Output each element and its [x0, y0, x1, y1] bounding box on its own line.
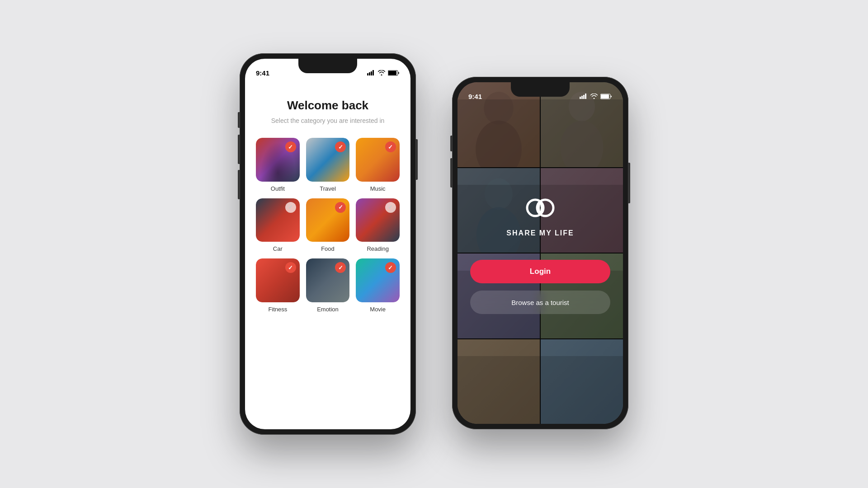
category-thumb-food — [306, 198, 350, 242]
category-thumb-outfit — [256, 138, 300, 182]
welcome-title: Welcome back — [256, 99, 400, 113]
svg-rect-2 — [371, 71, 372, 75]
category-label-outfit: Outfit — [271, 185, 285, 192]
notch-left — [298, 59, 357, 73]
signal-icon-right — [580, 94, 588, 99]
time-left: 9:41 — [256, 69, 269, 77]
login-button[interactable]: Login — [470, 260, 610, 283]
check-badge-music — [385, 141, 396, 152]
category-thumb-car — [256, 198, 300, 242]
tourist-button[interactable]: Browse as a tourist — [470, 291, 610, 314]
category-label-music: Music — [370, 185, 386, 192]
category-item-movie[interactable]: Movie — [356, 258, 400, 313]
category-label-car: Car — [273, 245, 283, 252]
battery-icon — [388, 70, 400, 76]
wifi-icon — [378, 70, 385, 75]
category-thumb-fitness — [256, 258, 300, 302]
categories-grid: OutfitTravelMusicCarFoodReadingFitnessEm… — [256, 138, 400, 313]
category-item-fitness[interactable]: Fitness — [256, 258, 300, 313]
time-right: 9:41 — [468, 93, 482, 100]
svg-rect-13 — [581, 96, 583, 99]
svg-rect-15 — [585, 94, 586, 99]
category-label-emotion: Emotion — [317, 306, 339, 313]
category-thumb-reading — [356, 198, 400, 242]
category-thumb-movie — [356, 258, 400, 302]
category-thumb-music — [356, 138, 400, 182]
check-badge-car — [285, 202, 296, 213]
category-label-reading: Reading — [367, 245, 388, 252]
category-thumb-emotion — [306, 258, 350, 302]
svg-rect-14 — [583, 95, 585, 99]
wifi-icon-right — [590, 94, 598, 99]
svg-rect-12 — [580, 97, 581, 99]
svg-rect-3 — [373, 70, 374, 75]
svg-rect-17 — [601, 94, 609, 99]
welcome-subtitle: Select the category you are interested i… — [256, 117, 400, 124]
check-badge-reading — [385, 202, 396, 213]
phone-left-screen: 9:41 — [245, 59, 410, 429]
phone-left: 9:41 — [240, 53, 416, 435]
check-badge-food — [335, 202, 346, 213]
category-item-food[interactable]: Food — [306, 198, 350, 253]
check-badge-outfit — [285, 141, 296, 152]
check-badge-fitness — [285, 262, 296, 273]
phone-right: 9:41 — [452, 77, 628, 429]
left-content: Welcome back Select the category you are… — [245, 80, 410, 429]
category-label-food: Food — [321, 245, 335, 252]
status-icons-left — [367, 70, 400, 76]
svg-rect-5 — [388, 71, 396, 75]
category-label-fitness: Fitness — [268, 306, 287, 313]
app-logo — [524, 192, 556, 224]
scene: 9:41 — [0, 0, 868, 488]
category-item-outfit[interactable]: Outfit — [256, 138, 300, 192]
svg-rect-1 — [369, 72, 370, 75]
phone-right-screen: 9:41 — [458, 82, 623, 424]
category-label-movie: Movie — [370, 306, 386, 313]
app-name: SHARE MY LIFE — [506, 229, 574, 237]
category-item-travel[interactable]: Travel — [306, 138, 350, 192]
signal-icon — [367, 70, 375, 75]
category-label-travel: Travel — [320, 185, 336, 192]
category-item-emotion[interactable]: Emotion — [306, 258, 350, 313]
svg-rect-0 — [367, 73, 368, 75]
category-thumb-travel — [306, 138, 350, 182]
right-center-content: SHARE MY LIFE Login Browse as a tourist — [458, 82, 623, 424]
category-item-car[interactable]: Car — [256, 198, 300, 253]
notch-right — [511, 82, 570, 97]
category-item-reading[interactable]: Reading — [356, 198, 400, 253]
category-item-music[interactable]: Music — [356, 138, 400, 192]
battery-icon-right — [600, 94, 612, 99]
status-icons-right — [580, 94, 612, 99]
